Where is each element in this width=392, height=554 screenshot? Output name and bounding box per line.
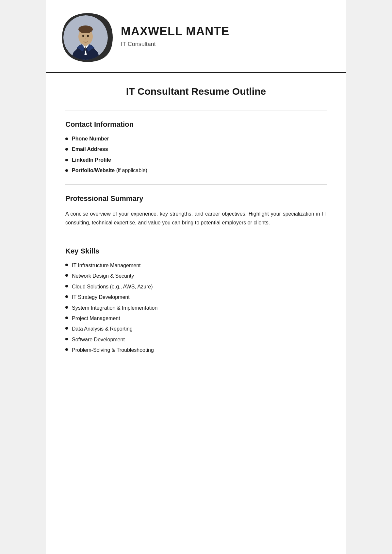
contact-list: Phone Number Email Address LinkedIn Prof…: [65, 135, 327, 174]
list-item: Data Analysis & Reporting: [65, 325, 327, 333]
skill-label: System Integration & Implementation: [72, 304, 157, 312]
skill-label: IT Infrastructure Management: [72, 262, 140, 269]
bullet-icon: [65, 295, 68, 298]
skill-label: Software Development: [72, 336, 125, 343]
svg-point-10: [85, 39, 86, 40]
list-item: Cloud Solutions (e.g., AWS, Azure): [65, 283, 327, 290]
page-title: IT Consultant Resume Outline: [65, 86, 327, 97]
skill-label: IT Strategy Development: [72, 294, 130, 301]
list-item: Project Management: [65, 315, 327, 322]
bullet-icon: [65, 148, 68, 151]
list-item: Software Development: [65, 336, 327, 343]
bullet-icon: [65, 159, 68, 161]
list-item: Phone Number: [65, 135, 327, 142]
list-item: IT Strategy Development: [65, 294, 327, 301]
bullet-icon: [65, 327, 68, 330]
svg-point-8: [82, 35, 84, 37]
summary-text: A concise overview of your experience, k…: [65, 209, 327, 227]
bullet-icon: [65, 138, 68, 140]
main-content: IT Consultant Resume Outline Contact Inf…: [46, 73, 346, 370]
skill-label: Cloud Solutions (e.g., AWS, Azure): [72, 283, 153, 290]
contact-linkedin: LinkedIn Profile: [72, 156, 111, 164]
contact-phone: Phone Number: [72, 135, 109, 142]
list-item: Email Address: [65, 146, 327, 153]
svg-point-9: [87, 35, 89, 37]
skills-list: IT Infrastructure ManagementNetwork Desi…: [65, 262, 327, 354]
list-item: IT Infrastructure Management: [65, 262, 327, 269]
header: MAXWELL MANTE IT Consultant: [46, 0, 346, 72]
skills-section: Key Skills IT Infrastructure ManagementN…: [65, 247, 327, 354]
candidate-title: IT Consultant: [121, 41, 229, 48]
section-divider-1: [65, 110, 327, 110]
contact-section: Contact Information Phone Number Email A…: [65, 120, 327, 174]
candidate-name: MAXWELL MANTE: [121, 24, 229, 38]
summary-section: Professional Summary A concise overview …: [65, 194, 327, 227]
bullet-icon: [65, 169, 68, 172]
svg-point-7: [78, 25, 93, 33]
bullet-icon: [65, 285, 68, 287]
resume-page: MAXWELL MANTE IT Consultant IT Consultan…: [46, 0, 346, 554]
list-item: LinkedIn Profile: [65, 156, 327, 164]
list-item: Problem-Solving & Troubleshooting: [65, 347, 327, 354]
bullet-icon: [65, 264, 68, 266]
summary-section-title: Professional Summary: [65, 194, 327, 203]
header-avatar-container: [59, 10, 111, 62]
list-item: System Integration & Implementation: [65, 304, 327, 312]
skill-label: Problem-Solving & Troubleshooting: [72, 347, 154, 354]
bullet-icon: [65, 274, 68, 277]
section-divider-2: [65, 184, 327, 185]
bullet-icon: [65, 306, 68, 309]
contact-section-title: Contact Information: [65, 120, 327, 129]
avatar-shape-svg: [59, 10, 114, 65]
header-info: MAXWELL MANTE IT Consultant: [121, 24, 229, 48]
bullet-icon: [65, 338, 68, 340]
bullet-icon: [65, 348, 68, 351]
skills-section-title: Key Skills: [65, 247, 327, 255]
skill-label: Project Management: [72, 315, 120, 322]
list-item: Portfolio/Website (if applicable): [65, 167, 327, 174]
contact-portfolio: Portfolio/Website (if applicable): [72, 167, 147, 174]
contact-email: Email Address: [72, 146, 108, 153]
list-item: Network Design & Security: [65, 272, 327, 280]
section-divider-3: [65, 237, 327, 237]
skill-label: Network Design & Security: [72, 272, 134, 280]
bullet-icon: [65, 317, 68, 319]
skill-label: Data Analysis & Reporting: [72, 325, 133, 333]
